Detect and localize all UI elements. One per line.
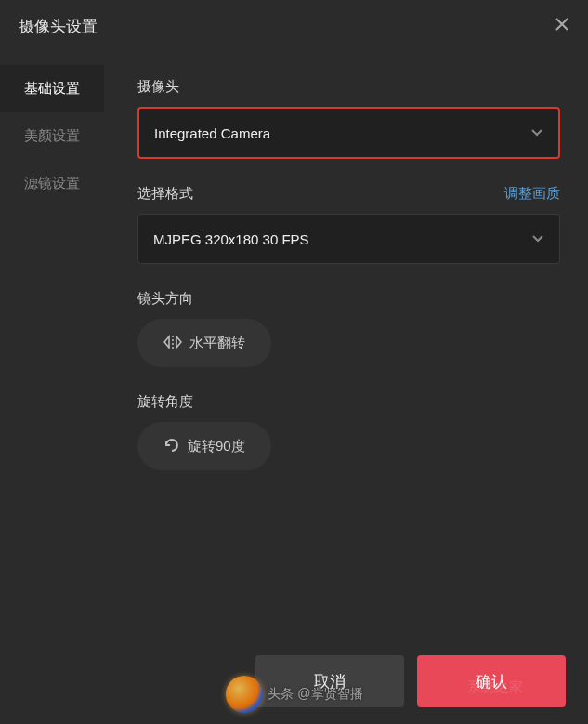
camera-select-value: Integrated Camera [154, 125, 270, 141]
dialog-footer: 取消 确认 [255, 655, 566, 707]
rotation-field-group: 旋转角度 旋转90度 [137, 393, 560, 470]
adjust-quality-link[interactable]: 调整画质 [504, 185, 560, 203]
camera-field-group: 摄像头 Integrated Camera [137, 78, 560, 159]
rotate-button-label: 旋转90度 [188, 438, 245, 455]
cancel-button[interactable]: 取消 [255, 655, 404, 707]
sidebar-item-filter[interactable]: 滤镜设置 [0, 160, 104, 207]
chevron-down-icon [530, 125, 543, 141]
chevron-down-icon [531, 231, 544, 247]
format-label-row: 选择格式 调整画质 [137, 185, 560, 203]
dialog-header: 摄像头设置 [0, 0, 588, 52]
content-wrap: 基础设置 美颜设置 滤镜设置 摄像头 Integrated Camera 选择格… [0, 52, 588, 724]
format-select[interactable]: MJPEG 320x180 30 FPS [137, 214, 560, 264]
flip-button-label: 水平翻转 [189, 335, 245, 352]
sidebar-item-label: 基础设置 [24, 80, 80, 96]
direction-field-group: 镜头方向 水平翻转 [137, 290, 560, 367]
sidebar-item-label: 美颜设置 [24, 127, 80, 143]
rotation-label: 旋转角度 [137, 393, 560, 411]
format-label: 选择格式 [137, 185, 193, 203]
sidebar-item-basic[interactable]: 基础设置 [0, 65, 104, 112]
rotate-icon [163, 437, 180, 456]
main-panel: 摄像头 Integrated Camera 选择格式 调整画质 MJPEG 32… [104, 52, 588, 724]
camera-label: 摄像头 [137, 78, 560, 96]
horizontal-flip-button[interactable]: 水平翻转 [137, 319, 271, 367]
dialog-title: 摄像头设置 [19, 16, 98, 37]
sidebar: 基础设置 美颜设置 滤镜设置 [0, 52, 104, 724]
format-select-value: MJPEG 320x180 30 FPS [153, 231, 309, 247]
sidebar-item-beauty[interactable]: 美颜设置 [0, 112, 104, 160]
camera-select[interactable]: Integrated Camera [137, 107, 560, 159]
direction-label: 镜头方向 [137, 290, 560, 308]
rotate-90-button[interactable]: 旋转90度 [137, 422, 271, 470]
close-icon[interactable] [555, 17, 569, 35]
format-field-group: 选择格式 调整画质 MJPEG 320x180 30 FPS [137, 185, 560, 264]
flip-horizontal-icon [163, 335, 182, 352]
confirm-button[interactable]: 确认 [417, 655, 566, 707]
sidebar-item-label: 滤镜设置 [24, 175, 80, 191]
